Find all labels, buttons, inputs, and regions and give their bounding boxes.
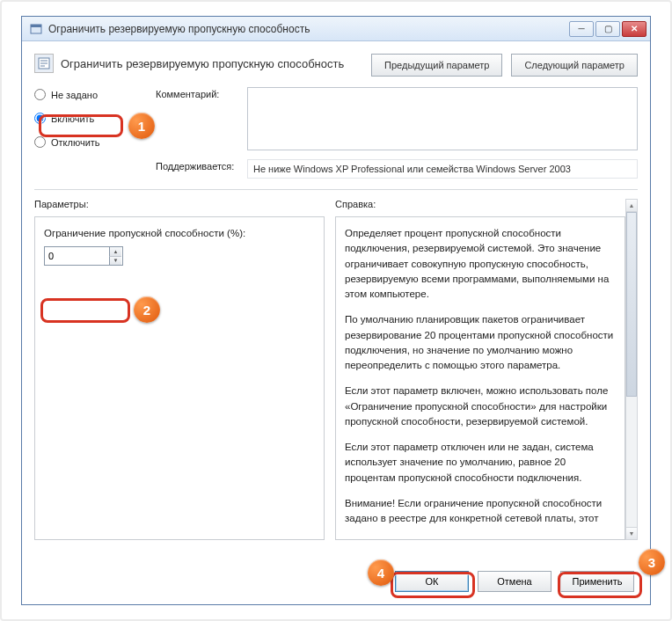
radio-disabled-input[interactable]: [34, 136, 46, 148]
titlebar[interactable]: Ограничить резервируемую пропускную спос…: [22, 17, 650, 41]
bandwidth-limit-label: Ограничение пропускной способности (%):: [44, 226, 315, 241]
window-title: Ограничить резервируемую пропускную спос…: [48, 23, 569, 35]
app-icon: [29, 22, 43, 36]
supported-text: Не ниже Windows XP Professional или семе…: [247, 159, 638, 179]
help-paragraph: Определяет процент пропускной способност…: [345, 226, 616, 302]
help-paragraph: Внимание! Если ограничение пропускной сп…: [345, 496, 616, 527]
scroll-up-button[interactable]: ▲: [626, 200, 637, 212]
scroll-thumb[interactable]: [626, 212, 637, 397]
ok-button[interactable]: ОК: [395, 571, 469, 592]
cancel-button[interactable]: Отмена: [478, 571, 551, 592]
radio-enabled[interactable]: Включить: [34, 113, 152, 124]
radio-enabled-label: Включить: [51, 113, 94, 124]
radio-not-configured-input[interactable]: [34, 89, 46, 100]
svg-rect-1: [31, 25, 41, 27]
dialog-window: Ограничить резервируемую пропускную спос…: [21, 16, 651, 605]
help-scrollbar[interactable]: ▲ ▼: [625, 199, 638, 540]
page-title: Ограничить резервируемую пропускную спос…: [61, 57, 344, 70]
separator: [34, 189, 638, 190]
help-label: Справка:: [335, 199, 625, 209]
comment-label: Комментарий:: [156, 87, 244, 99]
radio-disabled[interactable]: Отключить: [34, 136, 152, 148]
params-label: Параметры:: [34, 199, 325, 209]
policy-icon: [34, 54, 54, 73]
close-button[interactable]: ✕: [622, 21, 646, 37]
apply-button[interactable]: Применить: [560, 571, 634, 592]
help-paragraph: Если этот параметр отключен или не задан…: [345, 440, 616, 486]
help-paragraph: По умолчанию планировщик пакетов огранич…: [345, 312, 616, 373]
minimize-button[interactable]: ─: [569, 21, 594, 37]
scroll-down-button[interactable]: ▼: [626, 527, 637, 539]
supported-label: Поддерживается:: [156, 159, 244, 172]
params-panel: Ограничение пропускной способности (%): …: [34, 216, 325, 540]
help-panel: Определяет процент пропускной способност…: [335, 216, 625, 540]
radio-not-configured[interactable]: Не задано: [34, 89, 152, 100]
next-setting-button[interactable]: Следующий параметр: [511, 54, 638, 77]
comment-textarea[interactable]: [247, 87, 638, 150]
radio-not-configured-label: Не задано: [51, 90, 98, 100]
help-paragraph: Если этот параметр включен, можно исполь…: [345, 384, 616, 429]
spinner-up-button[interactable]: ▲: [109, 247, 121, 257]
previous-setting-button[interactable]: Предыдущий параметр: [371, 54, 502, 77]
maximize-button[interactable]: ▢: [595, 21, 620, 37]
spinner-down-button[interactable]: ▼: [109, 257, 121, 266]
radio-enabled-input[interactable]: [34, 113, 46, 124]
radio-disabled-label: Отключить: [51, 137, 100, 148]
